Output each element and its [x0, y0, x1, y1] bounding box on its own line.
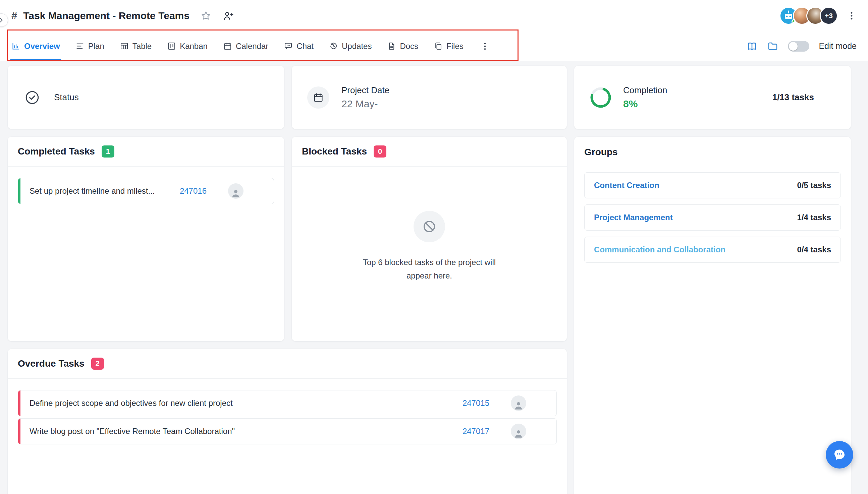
chat-launcher-icon	[832, 448, 847, 462]
overdue-tasks-title: Overdue Tasks	[18, 358, 85, 369]
blocked-tasks-card: Blocked Tasks 0 Top 6 blocked tasks of t…	[292, 137, 567, 341]
tab-label: Table	[132, 41, 152, 51]
completion-ring-icon	[590, 87, 612, 109]
completed-tasks-title: Completed Tasks	[18, 146, 95, 157]
task-row[interactable]: Write blog post on "Effective Remote Tea…	[18, 418, 557, 444]
tab-files[interactable]: Files	[434, 32, 463, 61]
task-title: Set up project timeline and milest...	[30, 186, 180, 196]
group-name-link[interactable]: Project Management	[594, 213, 673, 222]
tab-label: Kanban	[180, 41, 208, 51]
favorite-star-icon[interactable]	[200, 10, 211, 21]
person-icon	[513, 428, 524, 439]
tab-overview[interactable]: Overview	[12, 32, 60, 61]
task-id-link[interactable]: 247017	[462, 426, 490, 436]
calendar-icon	[223, 41, 232, 51]
avatar-overflow-count[interactable]: +3	[820, 7, 838, 25]
view-tabs: Overview Plan Table Kanban Calendar Chat…	[12, 32, 490, 61]
tab-label: Calendar	[236, 41, 268, 51]
person-icon	[230, 187, 241, 199]
blocked-tasks-title: Blocked Tasks	[302, 146, 367, 157]
overdue-tasks-card: Overdue Tasks 2 Define project scope and…	[8, 349, 567, 494]
group-row[interactable]: Communication and Collaboration 0/4 task…	[584, 236, 841, 263]
assignee-avatar[interactable]	[511, 424, 526, 439]
status-check-circle-icon	[24, 89, 41, 106]
completion-task-count: 1/13 tasks	[772, 92, 814, 102]
project-date-card: Project Date 22 May-	[292, 66, 567, 129]
edit-mode-label: Edit mode	[819, 41, 856, 51]
tab-plan[interactable]: Plan	[75, 32, 104, 61]
project-date-label: Project Date	[341, 85, 389, 96]
completion-card: Completion 8% 1/13 tasks	[574, 66, 851, 129]
copy-pages-icon	[434, 41, 443, 51]
prohibition-icon	[413, 211, 445, 242]
tab-label: Docs	[400, 41, 418, 51]
tab-label: Files	[446, 41, 463, 51]
chevron-right-icon	[0, 16, 5, 24]
group-list: Content Creation 0/5 tasks Project Manag…	[574, 157, 851, 263]
folder-icon[interactable]	[767, 41, 778, 52]
task-id-link[interactable]: 247016	[180, 186, 207, 196]
status-card: Status	[8, 66, 284, 129]
group-row[interactable]: Project Management 1/4 tasks	[584, 205, 841, 231]
list-lines-icon	[75, 41, 85, 51]
group-progress: 0/4 tasks	[797, 245, 831, 254]
task-row[interactable]: Define project scope and objectives for …	[18, 390, 557, 416]
main-content: Status Project Date 22 May- Completion 8…	[0, 61, 868, 494]
completion-label: Completion	[623, 85, 667, 96]
assignee-avatar[interactable]	[228, 183, 243, 199]
tab-calendar[interactable]: Calendar	[223, 32, 268, 61]
overdue-count-badge: 2	[91, 358, 104, 370]
tab-chat[interactable]: Chat	[284, 32, 314, 61]
groups-card: Groups Content Creation 0/5 tasks Projec…	[574, 137, 851, 494]
page-title: Task Management - Remote Teams	[23, 10, 189, 21]
more-options-icon[interactable]	[847, 11, 856, 21]
group-name-link[interactable]: Communication and Collaboration	[594, 245, 725, 254]
tab-label: Updates	[342, 41, 372, 51]
groups-title: Groups	[584, 147, 618, 157]
member-avatars: +3	[779, 7, 838, 25]
document-icon	[387, 41, 396, 51]
task-id-link[interactable]: 247015	[462, 398, 490, 408]
group-row[interactable]: Content Creation 0/5 tasks	[584, 172, 841, 198]
toggle-knob	[789, 42, 798, 51]
bar-chart-icon	[12, 41, 20, 51]
tab-label: Overview	[24, 41, 60, 51]
group-progress: 0/5 tasks	[797, 180, 831, 190]
knowledge-book-icon[interactable]	[746, 41, 758, 52]
blocked-empty-text: Top 6 blocked tasks of the project will …	[355, 256, 503, 283]
tab-kanban[interactable]: Kanban	[167, 32, 208, 61]
top-bar: # Task Management - Remote Teams +3	[0, 0, 868, 32]
chat-launcher-button[interactable]	[826, 441, 853, 469]
completed-tasks-card: Completed Tasks 1 Set up project timelin…	[8, 137, 284, 341]
edit-mode-toggle[interactable]	[788, 41, 809, 52]
tab-docs[interactable]: Docs	[387, 32, 418, 61]
chat-bubble-icon	[284, 41, 293, 51]
view-tabs-bar: Overview Plan Table Kanban Calendar Chat…	[0, 32, 868, 61]
assign-user-icon[interactable]	[222, 10, 234, 21]
sidebar-expand-button[interactable]	[0, 14, 8, 27]
group-name-link[interactable]: Content Creation	[594, 180, 659, 190]
calendar-circle-icon	[307, 87, 329, 109]
project-hash-icon: #	[12, 10, 17, 22]
person-icon	[513, 399, 524, 411]
tab-table[interactable]: Table	[120, 32, 152, 61]
assignee-avatar[interactable]	[511, 396, 526, 411]
tabs-more-icon[interactable]	[480, 41, 490, 51]
task-title: Write blog post on "Effective Remote Tea…	[30, 426, 462, 436]
blocked-count-badge: 0	[374, 146, 386, 157]
kanban-board-icon	[167, 41, 176, 51]
tab-label: Chat	[296, 41, 314, 51]
project-date-value: 22 May-	[341, 98, 389, 110]
blocked-empty-state: Top 6 blocked tasks of the project will …	[292, 167, 567, 283]
completed-count-badge: 1	[101, 146, 114, 157]
status-label: Status	[54, 92, 79, 102]
task-title: Define project scope and objectives for …	[30, 398, 462, 408]
history-icon	[329, 41, 338, 51]
group-progress: 1/4 tasks	[797, 213, 831, 222]
task-row[interactable]: Set up project timeline and milest... 24…	[18, 178, 274, 204]
table-grid-icon	[120, 41, 129, 51]
completion-percent: 8%	[623, 98, 667, 110]
tab-label: Plan	[88, 41, 104, 51]
tab-updates[interactable]: Updates	[329, 32, 372, 61]
